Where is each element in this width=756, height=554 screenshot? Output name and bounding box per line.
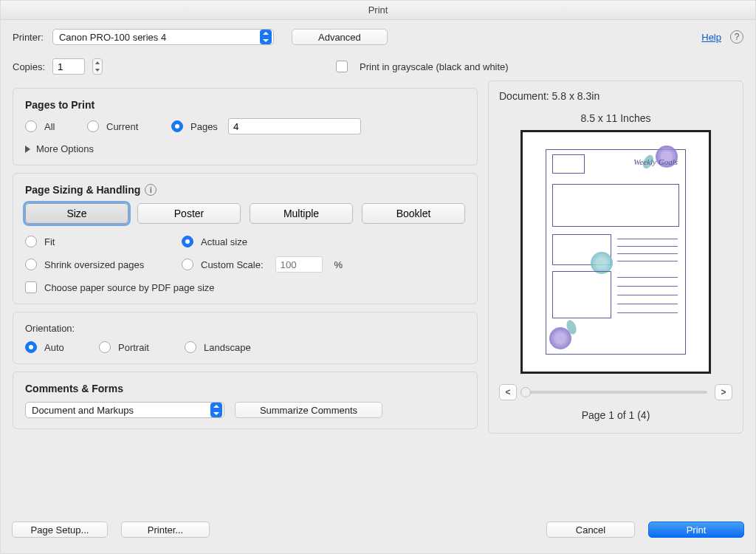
printer-label: Printer:: [13, 32, 44, 43]
radio-custom[interactable]: [182, 259, 193, 270]
label-portrait: Portrait: [118, 342, 177, 353]
pages-title: Pages to Print: [25, 99, 465, 111]
radio-shrink[interactable]: [25, 259, 37, 270]
tab-booklet[interactable]: Booklet: [362, 203, 465, 224]
help-link[interactable]: Help: [701, 32, 721, 43]
comments-select[interactable]: Document and Markups: [25, 402, 224, 418]
preview-title-b: Goals: [659, 157, 678, 166]
label-actual: Actual size: [201, 236, 247, 247]
paper-size-label: 8.5 x 11 Inches: [499, 112, 732, 124]
percent-label: %: [334, 259, 343, 270]
custom-scale-input[interactable]: [275, 256, 323, 273]
printer-button[interactable]: Printer...: [121, 521, 210, 538]
radio-pages[interactable]: [171, 120, 183, 132]
radio-actual[interactable]: [182, 236, 193, 247]
sizing-tabs: Size Poster Multiple Booklet: [25, 203, 465, 224]
tab-multiple[interactable]: Multiple: [250, 203, 353, 224]
chevron-updown-icon: [210, 403, 222, 417]
sizing-title: Page Sizing & Handling: [25, 184, 140, 196]
copies-stepper[interactable]: [92, 58, 103, 75]
slider-thumb[interactable]: [520, 387, 531, 397]
tab-size[interactable]: Size: [25, 203, 128, 224]
radio-portrait[interactable]: [99, 341, 111, 353]
label-fit: Fit: [44, 236, 174, 247]
cancel-button[interactable]: Cancel: [546, 521, 635, 538]
print-button[interactable]: Print: [648, 521, 744, 538]
copies-input[interactable]: [52, 58, 85, 75]
label-auto: Auto: [44, 342, 92, 353]
more-options[interactable]: More Options: [36, 143, 94, 154]
page-slider[interactable]: [524, 391, 707, 394]
page-status: Page 1 of 1 (4): [499, 409, 732, 421]
page-setup-button[interactable]: Page Setup...: [12, 521, 108, 538]
grayscale-checkbox[interactable]: [336, 61, 348, 72]
preview-title-a: Weekly: [633, 157, 656, 166]
advanced-button[interactable]: Advanced: [292, 29, 388, 45]
sizing-panel: Page Sizing & Handling i Size Poster Mul…: [13, 173, 478, 304]
printer-select-value: Canon PRO-100 series 4: [59, 32, 166, 43]
comments-select-value: Document and Markups: [32, 405, 134, 416]
document-preview: Weekly Goals: [546, 149, 686, 355]
paper-source-checkbox[interactable]: [25, 281, 37, 293]
label-all: All: [44, 121, 80, 132]
radio-auto[interactable]: [25, 341, 37, 353]
comments-title: Comments & Forms: [25, 383, 465, 394]
label-pages: Pages: [190, 121, 218, 132]
window-title: Print: [1, 1, 755, 20]
disclosure-icon[interactable]: [25, 146, 30, 153]
label-custom: Custom Scale:: [201, 259, 264, 270]
grayscale-label: Print in grayscale (black and white): [360, 61, 509, 72]
label-shrink: Shrink oversized pages: [44, 259, 174, 270]
orientation-title: Orientation:: [25, 323, 465, 334]
orientation-panel: Orientation: Auto Portrait Landscape: [13, 312, 478, 364]
radio-all[interactable]: [25, 120, 37, 132]
radio-fit[interactable]: [25, 236, 37, 247]
doc-size-label: Document: 5.8 x 8.3in: [499, 90, 732, 102]
preview-panel: Document: 5.8 x 8.3in 8.5 x 11 Inches We…: [488, 81, 743, 434]
copies-label: Copies:: [13, 61, 45, 72]
paper-preview: Weekly Goals: [520, 130, 711, 374]
info-icon[interactable]: i: [145, 184, 157, 196]
comments-panel: Comments & Forms Document and Markups Su…: [13, 372, 478, 429]
radio-current[interactable]: [87, 120, 99, 132]
paper-source-label: Choose paper source by PDF page size: [44, 282, 215, 293]
pages-to-print-panel: Pages to Print All Current Pages More Op…: [13, 88, 478, 165]
help-icon[interactable]: ?: [730, 30, 743, 44]
label-current: Current: [106, 121, 164, 132]
summarize-comments-button[interactable]: Summarize Comments: [235, 402, 382, 418]
printer-select[interactable]: Canon PRO-100 series 4: [52, 29, 274, 45]
prev-page-button[interactable]: <: [499, 384, 517, 400]
page-range-input[interactable]: [228, 118, 361, 134]
label-landscape: Landscape: [204, 342, 251, 353]
tab-poster[interactable]: Poster: [137, 203, 241, 224]
next-page-button[interactable]: >: [715, 384, 732, 400]
radio-landscape[interactable]: [185, 341, 196, 353]
chevron-updown-icon: [260, 30, 272, 44]
